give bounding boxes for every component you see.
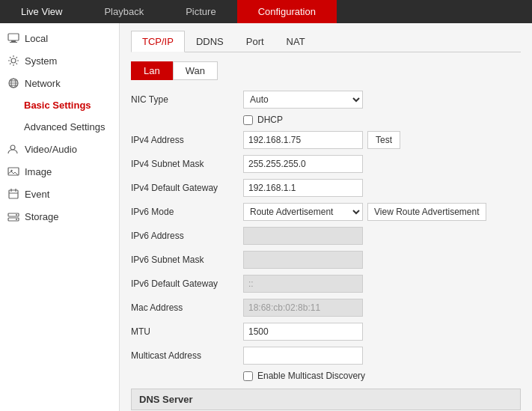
event-icon	[7, 188, 19, 200]
main-layout: Local System Network Basic Settings Adva…	[0, 23, 532, 411]
nav-liveview[interactable]: Live View	[0, 0, 83, 23]
multicast-address-row: Multicast Address	[131, 347, 521, 365]
ipv6-subnet-row: IPv6 Subnet Mask	[131, 251, 521, 269]
mtu-label: MTU	[131, 326, 243, 337]
dns-server-header: DNS Server	[131, 389, 521, 410]
tab-nat[interactable]: NAT	[275, 31, 317, 52]
ipv4-gateway-row: IPv4 Default Gateway	[131, 179, 521, 197]
nic-type-row: NIC Type Auto	[131, 91, 521, 109]
ipv6-subnet-control	[243, 251, 363, 269]
nic-type-label: NIC Type	[131, 94, 243, 105]
sidebar-item-videoaudio[interactable]: Video/Audio	[0, 138, 119, 160]
svg-point-19	[16, 219, 17, 220]
svg-rect-12	[9, 190, 18, 198]
mtu-input[interactable]	[243, 323, 363, 341]
ipv6-gateway-input[interactable]	[243, 275, 363, 293]
sidebar-item-network[interactable]: Network	[0, 72, 119, 94]
test-button[interactable]: Test	[367, 131, 400, 149]
ipv6-mode-row: IPv6 Mode Route Advertisement View Route…	[131, 203, 521, 221]
sidebar-label-advanced-settings: Advanced Settings	[24, 121, 105, 133]
tab-ddns[interactable]: DDNS	[185, 31, 235, 52]
ipv4-gateway-input[interactable]	[243, 179, 363, 197]
mac-address-input	[243, 299, 363, 317]
multicast-address-input[interactable]	[243, 347, 363, 365]
ipv6-subnet-label: IPv6 Subnet Mask	[131, 255, 243, 265]
multicast-address-label: Multicast Address	[131, 350, 243, 361]
sidebar-label-local: Local	[25, 33, 48, 44]
ipv4-subnet-label: IPv4 Subnet Mask	[131, 159, 243, 169]
ipv6-address-label: IPv6 Address	[131, 231, 243, 241]
mac-address-control	[243, 299, 363, 317]
svg-point-3	[11, 58, 16, 63]
sidebar-item-event[interactable]: Event	[0, 183, 119, 205]
dhcp-label: DHCP	[257, 115, 283, 125]
nav-picture[interactable]: Picture	[165, 0, 236, 23]
sidebar-item-local[interactable]: Local	[0, 27, 119, 49]
sidebar: Local System Network Basic Settings Adva…	[0, 23, 120, 411]
sidebar-item-system[interactable]: System	[0, 49, 119, 72]
mac-address-label: Mac Address	[131, 302, 243, 313]
dhcp-checkbox[interactable]	[243, 115, 253, 125]
videoaudio-icon	[7, 143, 19, 155]
top-nav: Live View Playback Picture Configuration	[0, 0, 532, 23]
ipv6-subnet-input[interactable]	[243, 251, 363, 269]
system-icon	[7, 55, 19, 67]
network-icon	[7, 77, 19, 89]
ipv6-mode-select[interactable]: Route Advertisement	[243, 203, 363, 221]
sidebar-item-image[interactable]: Image	[0, 160, 119, 183]
ipv4-address-row: IPv4 Address Test	[131, 131, 521, 149]
tab-port[interactable]: Port	[235, 31, 275, 52]
svg-point-18	[16, 214, 17, 216]
multicast-discovery-checkbox[interactable]	[243, 371, 253, 381]
nic-type-select[interactable]: Auto	[243, 91, 363, 109]
ipv6-address-control	[243, 227, 363, 245]
sidebar-label-image: Image	[25, 166, 52, 177]
ipv6-mode-control: Route Advertisement View Route Advertise…	[243, 203, 486, 221]
sidebar-item-basic-settings[interactable]: Basic Settings	[0, 94, 119, 116]
multicast-discovery-row: Enable Multicast Discovery	[131, 371, 521, 381]
mtu-row: MTU	[131, 323, 521, 341]
view-route-button[interactable]: View Route Advertisement	[367, 203, 486, 221]
ipv4-gateway-control	[243, 179, 363, 197]
mac-address-row: Mac Address	[131, 299, 521, 317]
content-area: TCP/IP DDNS Port NAT Lan Wan NIC Type Au…	[120, 23, 532, 411]
nav-configuration[interactable]: Configuration	[237, 0, 337, 23]
sidebar-label-videoaudio: Video/Audio	[25, 144, 77, 155]
subtab-lan[interactable]: Lan	[131, 61, 173, 80]
ipv4-subnet-control	[243, 155, 363, 173]
nav-playback[interactable]: Playback	[83, 0, 165, 23]
svg-point-9	[10, 145, 15, 150]
svg-rect-1	[11, 40, 16, 42]
storage-icon	[7, 210, 19, 222]
ipv4-address-control: Test	[243, 131, 400, 149]
ipv6-mode-label: IPv6 Mode	[131, 207, 243, 217]
ipv6-gateway-control	[243, 275, 363, 293]
ipv4-address-label: IPv4 Address	[131, 135, 243, 145]
svg-rect-0	[8, 34, 19, 40]
ipv4-subnet-input[interactable]	[243, 155, 363, 173]
sidebar-item-storage[interactable]: Storage	[0, 205, 119, 228]
multicast-address-control	[243, 347, 363, 365]
sidebar-item-advanced-settings[interactable]: Advanced Settings	[0, 116, 119, 138]
ipv6-address-row: IPv6 Address	[131, 227, 521, 245]
sidebar-label-storage: Storage	[25, 211, 59, 222]
ipv4-address-input[interactable]	[243, 131, 363, 149]
mtu-control	[243, 323, 363, 341]
sidebar-label-system: System	[25, 55, 57, 67]
tab-bar: TCP/IP DDNS Port NAT	[131, 31, 521, 52]
ipv4-gateway-label: IPv4 Default Gateway	[131, 183, 243, 193]
sidebar-label-basic-settings: Basic Settings	[24, 100, 91, 111]
ipv6-gateway-label: IPv6 Default Gateway	[131, 278, 243, 289]
sub-tab-bar: Lan Wan	[131, 61, 521, 80]
multicast-discovery-label: Enable Multicast Discovery	[257, 371, 365, 381]
tab-tcpip[interactable]: TCP/IP	[131, 31, 185, 52]
sidebar-label-network: Network	[25, 78, 61, 89]
image-icon	[7, 165, 19, 177]
svg-rect-2	[10, 42, 17, 43]
local-icon	[7, 32, 19, 44]
ipv6-gateway-row: IPv6 Default Gateway	[131, 275, 521, 293]
sidebar-label-event: Event	[25, 189, 49, 200]
ipv6-address-input[interactable]	[243, 227, 363, 245]
ipv4-subnet-row: IPv4 Subnet Mask	[131, 155, 521, 173]
subtab-wan[interactable]: Wan	[173, 61, 218, 80]
